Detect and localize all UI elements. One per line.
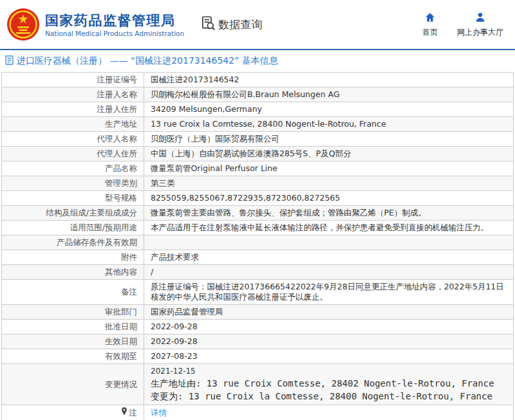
table-row: 其他内容 / <box>2 265 514 280</box>
registration-info-table: 注册证编号 国械注进20173146542 注册人名称 贝朗梅尔松根股份有限公司… <box>1 72 514 420</box>
row-value: 贝朗梅尔松根股份有限公司B.Braun Melsungen AG <box>144 87 514 102</box>
row-label: 备注 <box>2 280 144 305</box>
data-query-entry[interactable]: 数据查询 <box>200 15 262 34</box>
row-label: 代理人住所 <box>2 147 144 161</box>
table-row: 产品名称 微量泵前管Original Perfusor Line <box>2 161 514 176</box>
row-label: 产品储存条件及有效期 <box>2 235 144 250</box>
row-value: 微量泵前管Original Perfusor Line <box>144 161 514 176</box>
breadcrumb: 进口医疗器械（注册） —— “国械注进20173146542” 基本信息 <box>0 50 515 72</box>
row-label: 审批部门 <box>2 305 144 320</box>
change-date: 2021-12-15 <box>151 366 507 377</box>
row-label: 注册证编号 <box>2 73 144 87</box>
table-row: 型号规格 8255059,8255067,8722935,8723060,827… <box>2 191 514 206</box>
row-value: 贝朗医疗（上海）国际贸易有限公司 <box>144 132 514 147</box>
table-row: 审批部门 国家药品监督管理局 <box>2 305 514 320</box>
person-icon <box>474 12 486 25</box>
row-label: 批准日期 <box>2 320 144 334</box>
org-name-zh: 国家药品监督管理局 <box>45 12 184 29</box>
table-row: 注册证编号 国械注进20173146542 <box>2 73 514 87</box>
table-row: 批准日期 2022-09-28 <box>2 320 514 334</box>
row-label-note: 注 <box>2 405 144 420</box>
row-label: 变更情况 <box>2 364 144 405</box>
home-icon <box>424 12 436 25</box>
page-icon <box>5 55 14 67</box>
table-row: 有效期至 2027-08-23 <box>2 349 514 364</box>
row-value-note: 详情 <box>144 405 514 420</box>
row-value: 微量泵前管主要由管路、鲁尔接头、保护套组成；管路由聚乙烯（PE）制成。 <box>144 206 514 221</box>
row-label: 生产地址 <box>2 117 144 132</box>
data-query-label: 数据查询 <box>218 17 262 32</box>
table-row: 附件 产品技术要求 <box>2 250 514 265</box>
document-search-icon <box>200 15 216 34</box>
table-row-change-history: 变更情况 2021-12-15 生产地址由: 13 rue Croix Comt… <box>2 364 514 405</box>
table-row: 结构及组成/主要组成成分 微量泵前管主要由管路、鲁尔接头、保护套组成；管路由聚乙… <box>2 206 514 221</box>
row-value: 2027-08-23 <box>144 349 514 364</box>
row-label: 附件 <box>2 250 144 265</box>
row-value: 产品技术要求 <box>144 250 514 265</box>
row-label: 管理类别 <box>2 176 144 191</box>
table-row: 适用范围/预期用途 本产品适用于在注射泵输液中延长液体输注的路径，并保护患者避免… <box>2 221 514 235</box>
table-row: 代理人名称 贝朗医疗（上海）国际贸易有限公司 <box>2 132 514 147</box>
note-label: 注 <box>129 408 138 418</box>
table-row: 备注 原注册证编号：国械注进201736665422022年9月28日同意更正生… <box>2 280 514 305</box>
row-label: 其他内容 <box>2 265 144 280</box>
org-name-en: National Medical Products Administration <box>45 30 184 37</box>
row-value: 国械注进20173146542 <box>144 73 514 87</box>
row-label: 注册人名称 <box>2 87 144 102</box>
nav-item-home[interactable]: 首页 <box>422 12 438 38</box>
table-row: 注册人住所 34209 Melsungen,Germany <box>2 102 514 117</box>
table-row: 注册人名称 贝朗梅尔松根股份有限公司B.Braun Melsungen AG <box>2 87 514 102</box>
top-nav: 首页 网上办事大厅 <box>422 12 503 38</box>
table-row: 产品储存条件及有效期 <box>2 235 514 250</box>
row-value: 34209 Melsungen,Germany <box>144 102 514 117</box>
pin-icon <box>121 407 127 418</box>
details-link[interactable]: 详情 <box>151 408 167 417</box>
nav-item-service-hall[interactable]: 网上办事大厅 <box>457 12 503 38</box>
table-row: 生产地址 13 rue Croix la Comtesse, 28400 Nog… <box>2 117 514 132</box>
row-value: 国家药品监督管理局 <box>144 305 514 320</box>
row-value: 本产品适用于在注射泵输液中延长液体输注的路径，并保护患者避免受到直接的机械输注压… <box>144 221 514 235</box>
row-value: / <box>144 265 514 280</box>
national-emblem-logo <box>6 8 40 41</box>
row-value: 原注册证编号：国械注进201736665422022年9月28日同意更正生产地址… <box>144 280 514 305</box>
row-label: 代理人名称 <box>2 132 144 147</box>
row-value: 2022-09-28 <box>144 334 514 349</box>
nav-item-service-hall-label: 网上办事大厅 <box>457 27 503 38</box>
change-from: 生产地址由: 13 rue Croix Comtesse, 28402 Noge… <box>151 377 507 390</box>
nav-item-home-label: 首页 <box>422 27 438 38</box>
row-label: 注册人住所 <box>2 102 144 117</box>
row-label: 结构及组成/主要组成成分 <box>2 206 144 221</box>
row-value: 2022-09-28 <box>144 320 514 334</box>
breadcrumb-text: 进口医疗器械（注册） —— “国械注进20173146542” 基本信息 <box>17 55 278 67</box>
site-header: 国家药品监督管理局 National Medical Products Admi… <box>0 0 515 50</box>
row-value: 第三类 <box>144 176 514 191</box>
row-label: 适用范围/预期用途 <box>2 221 144 235</box>
row-value: 13 rue Croix la Comtesse, 28400 Nogent-l… <box>144 117 514 132</box>
row-value: 中国（上海）自由贸易试验区港澳路285号S、P及Q部分 <box>144 147 514 161</box>
table-row: 生效日期 2022-09-28 <box>2 334 514 349</box>
row-value <box>144 235 514 250</box>
row-label: 有效期至 <box>2 349 144 364</box>
table-row-note: 注 详情 <box>2 405 514 420</box>
row-label: 生效日期 <box>2 334 144 349</box>
row-value: 8255059,8255067,8722935,8723060,8272565 <box>144 191 514 206</box>
table-row: 管理类别 第三类 <box>2 176 514 191</box>
change-to: 变更为: 13 rue Croix la Comtesse, 28400 Nog… <box>151 390 507 403</box>
table-row: 代理人住所 中国（上海）自由贸易试验区港澳路285号S、P及Q部分 <box>2 147 514 161</box>
row-value-change-history: 2021-12-15 生产地址由: 13 rue Croix Comtesse,… <box>144 364 514 405</box>
row-label: 型号规格 <box>2 191 144 206</box>
row-label: 产品名称 <box>2 161 144 176</box>
org-title-block: 国家药品监督管理局 National Medical Products Admi… <box>45 12 184 37</box>
